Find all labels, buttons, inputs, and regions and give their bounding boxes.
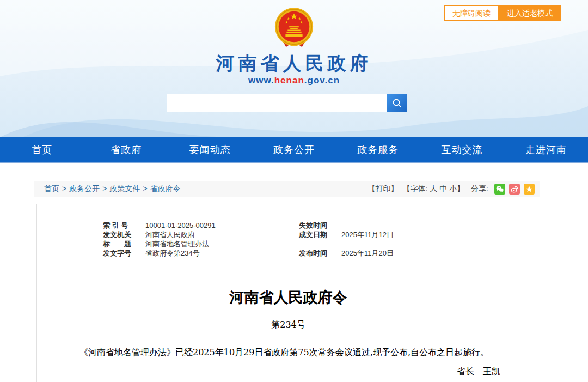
url-www: www. xyxy=(248,75,274,86)
publish-date-label: 发布时间 xyxy=(299,248,341,258)
decree-number: 第234号 xyxy=(37,319,540,331)
site-url: www.henan.gov.cn xyxy=(0,75,588,86)
written-date-value: 2025年11月12日 xyxy=(341,230,487,239)
site-header: 无障碍阅读 进入适老模式 xyxy=(0,0,588,137)
doc-title-label: 标 题 xyxy=(103,239,145,248)
weibo-share-icon[interactable] xyxy=(509,184,520,195)
url-domain: henan xyxy=(274,75,304,86)
decree-body-text: 《河南省地名管理办法》已经2025年10月29日省政府第75次常务会议通过,现予… xyxy=(62,345,514,361)
index-number-value: 10001-01-2025-00291 xyxy=(145,221,299,230)
wechat-share-icon[interactable] xyxy=(494,184,505,195)
font-size-control[interactable]: 【字体: 大 中 小】 xyxy=(403,184,465,194)
search-input[interactable] xyxy=(167,94,387,112)
index-number-label: 索 引 号 xyxy=(103,221,145,230)
favorite-star-icon[interactable] xyxy=(524,184,535,195)
written-date-label: 成文日期 xyxy=(299,230,341,239)
breadcrumb-policy-docs[interactable]: 政策文件 xyxy=(109,184,140,193)
page-toolbar: 【打印】 【字体: 大 中 小】 分享: xyxy=(364,184,535,195)
issuing-agency-label: 发文机关 xyxy=(103,230,145,239)
document-content-box: 索 引 号 10001-01-2025-00291 失效时间 发文机关 河南省人… xyxy=(36,204,540,382)
document-info-table: 索 引 号 10001-01-2025-00291 失效时间 发文机关 河南省人… xyxy=(90,217,487,262)
site-title: 河南省人民政府 xyxy=(0,51,588,76)
nav-item-home[interactable]: 首页 xyxy=(0,143,84,156)
doc-number-label: 发文字号 xyxy=(103,248,145,258)
expiry-date-value xyxy=(341,221,487,230)
issuing-agency-value: 河南省人民政府 xyxy=(145,230,299,239)
doc-title-value: 河南省地名管理办法 xyxy=(145,239,299,248)
wechat-glyph-icon xyxy=(495,185,504,193)
nav-item-news[interactable]: 要闻动态 xyxy=(168,143,252,156)
national-emblem-icon xyxy=(273,7,315,50)
decree-signer: 省长 王凯 xyxy=(37,366,500,378)
breadcrumb-home[interactable]: 首页 xyxy=(44,184,59,193)
doc-number-value: 省政府令第234号 xyxy=(145,248,299,258)
url-suffix: .gov.cn xyxy=(304,75,340,86)
elder-mode-button[interactable]: 进入适老模式 xyxy=(499,5,561,21)
decree-title: 河南省人民政府令 xyxy=(37,288,540,307)
table-row: 发文字号 省政府令第234号 发布时间 2025年11月20日 xyxy=(103,248,487,258)
print-button[interactable]: 【打印】 xyxy=(368,184,399,194)
search-bar xyxy=(167,94,407,112)
nav-item-interaction[interactable]: 互动交流 xyxy=(420,143,504,156)
weibo-glyph-icon xyxy=(510,185,519,193)
breadcrumb-toolbar-row: 首页>政务公开>政策文件>省政府令 【打印】 【字体: 大 中 小】 分享: xyxy=(34,181,540,197)
decree-document: 河南省人民政府令 第234号 《河南省地名管理办法》已经2025年10月29日省… xyxy=(37,288,540,382)
table-row: 发文机关 河南省人民政府 成文日期 2025年11月12日 xyxy=(103,230,487,239)
breadcrumb-separator: > xyxy=(62,184,66,193)
nav-item-explore-henan[interactable]: 走进河南 xyxy=(504,143,588,156)
publish-date-value: 2025年11月20日 xyxy=(341,248,487,258)
breadcrumb-decrees[interactable]: 省政府令 xyxy=(150,184,181,193)
search-button[interactable] xyxy=(387,94,407,112)
breadcrumb-separator: > xyxy=(102,184,107,193)
main-nav: 首页 省政府 要闻动态 政务公开 政务服务 互动交流 走进河南 xyxy=(0,137,588,163)
expiry-date-label: 失效时间 xyxy=(299,221,341,230)
accessibility-buttons: 无障碍阅读 进入适老模式 xyxy=(444,5,561,21)
accessible-reading-button[interactable]: 无障碍阅读 xyxy=(444,5,499,21)
breadcrumb: 首页>政务公开>政策文件>省政府令 xyxy=(44,184,181,194)
nav-item-gov-services[interactable]: 政务服务 xyxy=(336,143,420,156)
breadcrumb-gov-affairs[interactable]: 政务公开 xyxy=(69,184,100,193)
share-label: 分享: xyxy=(471,184,488,194)
nav-item-provincial-gov[interactable]: 省政府 xyxy=(84,143,168,156)
search-icon xyxy=(391,98,402,108)
table-row: 标 题 河南省地名管理办法 xyxy=(103,239,487,248)
star-glyph-icon xyxy=(525,185,534,193)
breadcrumb-separator: > xyxy=(143,184,147,193)
table-row: 索 引 号 10001-01-2025-00291 失效时间 xyxy=(103,221,487,230)
nav-item-gov-affairs[interactable]: 政务公开 xyxy=(252,143,336,156)
